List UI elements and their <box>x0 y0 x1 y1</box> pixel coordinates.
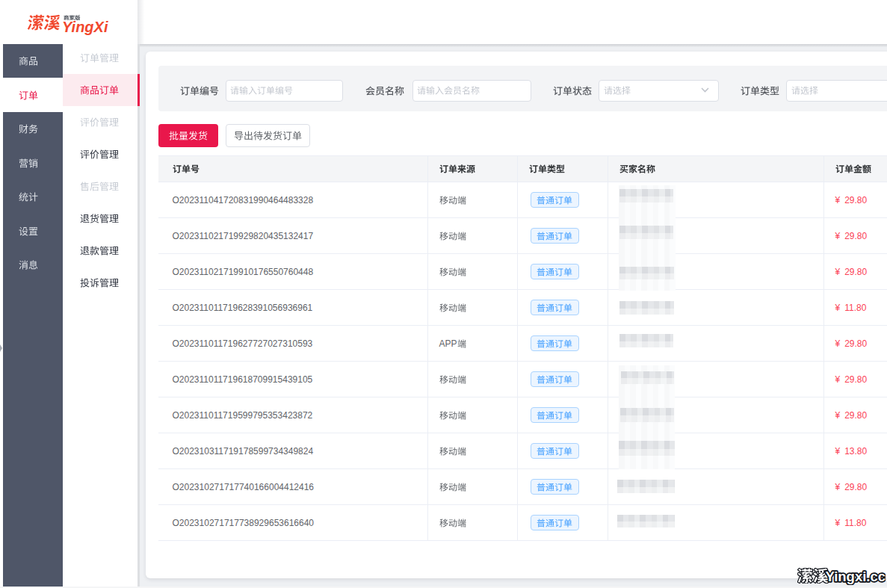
svg-text:Yingxi.cc: Yingxi.cc <box>826 569 886 584</box>
